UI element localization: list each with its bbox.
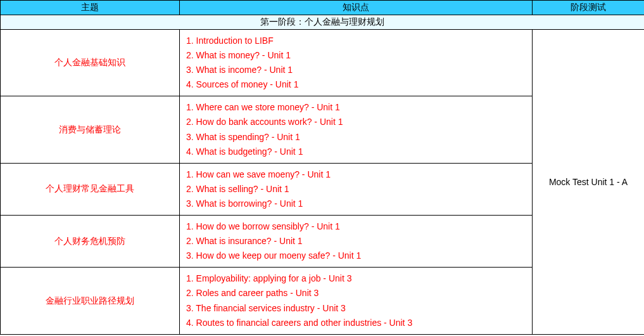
knowledge-item: 1. How do we borrow sensibly? - Unit 1 bbox=[186, 219, 526, 234]
knowledge-item: 3. What is income? - Unit 1 bbox=[186, 63, 526, 77]
topic-cell: 个人财务危机预防 bbox=[1, 216, 180, 268]
knowledge-cell: 1. Employability: applying for a job - U… bbox=[180, 268, 533, 334]
knowledge-item: 2. Roles and career paths - Unit 3 bbox=[186, 286, 526, 300]
knowledge-item: 3. The financial services industry - Uni… bbox=[186, 301, 526, 316]
knowledge-item: 1. How can we save moeny? - Unit 1 bbox=[186, 167, 526, 182]
knowledge-cell: 1. Introduction to LIBF2. What is money?… bbox=[180, 30, 533, 96]
knowledge-item: 2. What is money? - Unit 1 bbox=[186, 48, 526, 63]
topic-cell: 个人理财常见金融工具 bbox=[1, 163, 180, 215]
knowledge-item: 1. Employability: applying for a job - U… bbox=[186, 271, 526, 286]
header-topic: 主题 bbox=[1, 1, 180, 15]
table-row: 个人金融基础知识1. Introduction to LIBF2. What i… bbox=[1, 30, 645, 96]
knowledge-item: 4. Routes to financial careers and other… bbox=[186, 316, 526, 330]
topic-cell: 个人金融基础知识 bbox=[1, 30, 180, 96]
header-row: 主题 知识点 阶段测试 bbox=[1, 1, 645, 15]
knowledge-item: 3. What is spending? - Unit 1 bbox=[186, 130, 526, 145]
header-test: 阶段测试 bbox=[533, 1, 645, 15]
knowledge-item: 2. What is insurance? - Unit 1 bbox=[186, 234, 526, 249]
knowledge-cell: 1. How do we borrow sensibly? - Unit 12.… bbox=[180, 216, 533, 268]
stage-row: 第一阶段：个人金融与理财规划 bbox=[1, 15, 645, 30]
knowledge-item: 1. Where can we store money? - Unit 1 bbox=[186, 100, 526, 115]
test-cell: Mock Test Unit 1 - A bbox=[533, 30, 645, 335]
curriculum-table: 主题 知识点 阶段测试 第一阶段：个人金融与理财规划个人金融基础知识1. Int… bbox=[0, 0, 644, 335]
stage-title: 第一阶段：个人金融与理财规划 bbox=[1, 15, 645, 30]
knowledge-item: 3. How do we keep our moeny safe? - Unit… bbox=[186, 249, 526, 263]
knowledge-item: 2. What is selling? - Unit 1 bbox=[186, 182, 526, 197]
knowledge-cell: 1. How can we save moeny? - Unit 12. Wha… bbox=[180, 163, 533, 215]
knowledge-item: 4. What is budgeting? - Unit 1 bbox=[186, 145, 526, 159]
knowledge-item: 1. Introduction to LIBF bbox=[186, 34, 526, 48]
knowledge-item: 2. How do bank accounts work? - Unit 1 bbox=[186, 115, 526, 129]
header-knowledge: 知识点 bbox=[180, 1, 533, 15]
topic-cell: 金融行业职业路径规划 bbox=[1, 268, 180, 334]
knowledge-item: 4. Sources of money - Unit 1 bbox=[186, 77, 526, 92]
knowledge-cell: 1. Where can we store money? - Unit 12. … bbox=[180, 96, 533, 163]
topic-cell: 消费与储蓄理论 bbox=[1, 96, 180, 163]
knowledge-item: 3. What is borrowing? - Unit 1 bbox=[186, 197, 526, 211]
